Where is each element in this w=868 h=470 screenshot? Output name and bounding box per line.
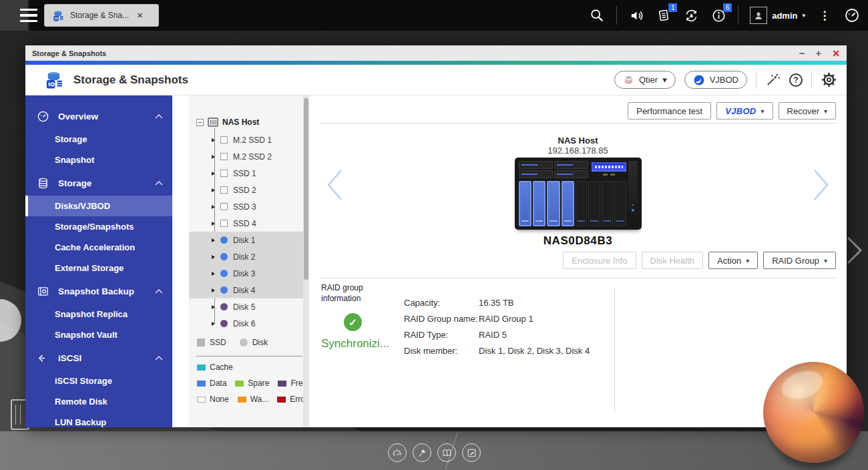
disk-status-marker (220, 136, 228, 144)
action-dropdown-button[interactable]: Action▾ (708, 252, 758, 269)
iscsi-arrow-icon (37, 352, 49, 365)
sidebar-item-storage-snapshots[interactable]: Storage/Snapshots (25, 216, 172, 237)
recover-dropdown-button[interactable]: Recover▾ (779, 102, 836, 120)
collapse-icon[interactable] (196, 119, 204, 126)
device-tree-panel: NAS Host M.2 SSD 1 M.2 SSD 2 SSD 1 SSD 2… (189, 95, 309, 427)
sidebar-item-disks-vjbod[interactable]: Disks/VJBOD (25, 196, 172, 216)
tab-close-icon[interactable]: ✕ (137, 11, 143, 20)
disk-health-button[interactable]: Disk Health (642, 252, 703, 269)
expand-arrow-icon[interactable] (212, 138, 215, 142)
sidebar-item-snapshot-overview[interactable]: Snapshot (25, 150, 172, 170)
desktop-next-arrow-icon[interactable] (844, 235, 864, 266)
settings-gear-icon[interactable] (821, 71, 837, 88)
user-menu[interactable]: admin ▾ (750, 7, 805, 24)
bay-disk7 (602, 181, 613, 226)
performance-test-button[interactable]: Performance test (628, 102, 711, 120)
tools-hammer-icon[interactable] (413, 443, 431, 462)
expand-arrow-icon[interactable] (212, 188, 215, 192)
notifications-icon[interactable]: 6 (710, 7, 726, 23)
dashboard-gauge-icon[interactable] (844, 7, 860, 23)
expand-arrow-icon[interactable] (212, 222, 215, 226)
background-tasks-icon[interactable] (683, 7, 699, 23)
storage-database-icon (37, 177, 49, 190)
sidebar-item-storage-overview[interactable]: Storage (25, 129, 172, 150)
main-menu-button[interactable] (20, 9, 37, 22)
error-swatch (277, 397, 286, 403)
chevron-down-icon: ▾ (802, 12, 805, 19)
info-label: Capacity: (404, 298, 479, 308)
storage-snapshots-window: Storage & Snapshots − + ✕ Storage & Snap… (25, 45, 847, 427)
lcd-display (592, 162, 626, 172)
sidebar-item-external-storage[interactable]: External Storage (25, 258, 172, 278)
tab-storage-snapshots[interactable]: Storage & Sna... ✕ (44, 4, 159, 27)
disk-status-marker (220, 220, 228, 227)
main-panel: Performance test VJBOD▾ Recover▾ NAS Hos… (309, 95, 847, 427)
minimize-icon[interactable]: − (799, 48, 805, 58)
expand-arrow-icon[interactable] (212, 322, 215, 326)
sidebar-section-overview[interactable]: Overview (25, 103, 172, 129)
disk-status-marker (220, 303, 228, 310)
tree-node-ssd2[interactable]: SSD 2 (189, 182, 309, 198)
tab-label: Storage & Sna... (70, 11, 129, 20)
sidebar-section-iscsi[interactable]: iSCSI (25, 345, 172, 371)
desktop-dock (388, 443, 481, 462)
expand-arrow-icon[interactable] (212, 172, 215, 176)
scrollbar-thumb[interactable] (304, 98, 308, 280)
raid-group-dropdown-button[interactable]: RAID Group▾ (763, 252, 836, 269)
vjbod-button[interactable]: VJBOD (684, 71, 747, 89)
info-value: Disk 1, Disk 2, Disk 3, Disk 4 (479, 346, 590, 356)
drive-bays (519, 181, 626, 226)
sidebar-item-snapshot-vault[interactable]: Snapshot Vault (25, 324, 172, 345)
sidebar-item-cache-acceleration[interactable]: Cache Acceleration (25, 237, 172, 258)
close-icon[interactable]: ✕ (832, 49, 840, 58)
volume-icon[interactable] (628, 7, 644, 23)
info-value: 16.35 TB (479, 298, 590, 308)
sidebar: Overview Storage Snapshot Storage Disks/… (25, 95, 172, 427)
tree-node-m2ssd1[interactable]: M.2 SSD 1 (189, 132, 309, 148)
sidebar-item-snapshot-replica[interactable]: Snapshot Replica (25, 304, 172, 324)
enclosure-info-button[interactable]: Enclosure Info (563, 252, 636, 269)
cloud-sync-icon[interactable] (388, 443, 407, 462)
maximize-icon[interactable]: + (816, 48, 822, 58)
storage-snapshots-app-icon (44, 69, 65, 90)
tree-node-disk4[interactable]: Disk 4 (189, 282, 309, 298)
tree-node-disk3[interactable]: Disk 3 (189, 265, 309, 282)
sidebar-item-remote-disk[interactable]: Remote Disk (25, 391, 172, 412)
tree-node-ssd4[interactable]: SSD 4 (189, 215, 309, 232)
manual-book-icon[interactable] (437, 443, 456, 462)
help-icon[interactable]: ? (789, 73, 803, 87)
sidebar-item-lun-backup[interactable]: LUN Backup (25, 412, 172, 427)
more-options-icon[interactable]: ⋮ (817, 7, 833, 23)
search-icon[interactable] (589, 7, 605, 23)
device-name: NAS Host (558, 136, 598, 146)
expand-arrow-icon[interactable] (212, 305, 215, 309)
window-titlebar[interactable]: Storage & Snapshots − + ✕ (25, 45, 847, 61)
tree-node-disk2[interactable]: Disk 2 (189, 248, 309, 265)
shape-legend: SSD Disk (189, 332, 309, 350)
enclosure-view[interactable]: NAS Host 192.168.178.85 (309, 136, 847, 248)
tree-node-disk1[interactable]: Disk 1 (189, 232, 309, 248)
vjbod-label: VJBOD (710, 75, 738, 85)
expand-arrow-icon[interactable] (212, 155, 215, 159)
tree-node-ssd1[interactable]: SSD 1 (189, 165, 309, 182)
feedback-note-icon[interactable] (462, 443, 481, 462)
tree-node-nas-host[interactable]: NAS Host (189, 115, 309, 132)
expand-arrow-icon[interactable] (212, 205, 215, 209)
tree-node-m2ssd2[interactable]: M.2 SSD 2 (189, 148, 309, 165)
event-logs-icon[interactable]: 1 (656, 7, 672, 23)
expand-arrow-icon[interactable] (212, 255, 215, 259)
wizard-wand-icon[interactable] (765, 72, 781, 87)
sidebar-section-storage[interactable]: Storage (25, 170, 172, 196)
expand-arrow-icon[interactable] (212, 272, 215, 276)
scrollbar-track[interactable] (303, 95, 309, 427)
tree-node-ssd3[interactable]: SSD 3 (189, 198, 309, 215)
sidebar-item-iscsi-storage[interactable]: iSCSI Storage (25, 371, 172, 391)
qtier-button[interactable]: Qtier ▾ (614, 71, 676, 89)
tree-node-disk5[interactable]: Disk 5 (189, 298, 309, 315)
expand-arrow-icon[interactable] (212, 288, 215, 292)
legend-row: Cache (189, 359, 309, 375)
sidebar-section-snapshot-backup[interactable]: Snapshot Backup (25, 278, 172, 304)
tree-node-disk6[interactable]: Disk 6 (189, 315, 309, 332)
vjbod-dropdown-button[interactable]: VJBOD▾ (716, 102, 773, 120)
expand-arrow-icon[interactable] (212, 238, 215, 242)
